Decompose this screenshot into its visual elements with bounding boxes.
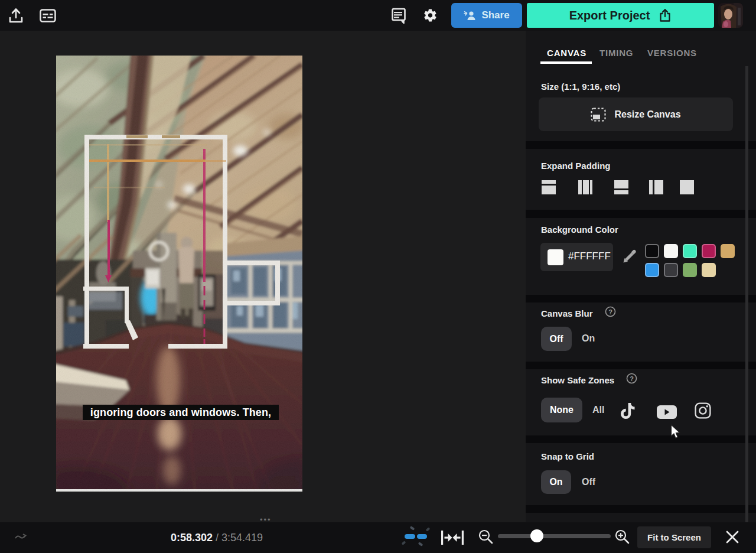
svg-text:?: ?: [630, 375, 634, 382]
svg-text:?: ?: [608, 308, 612, 315]
